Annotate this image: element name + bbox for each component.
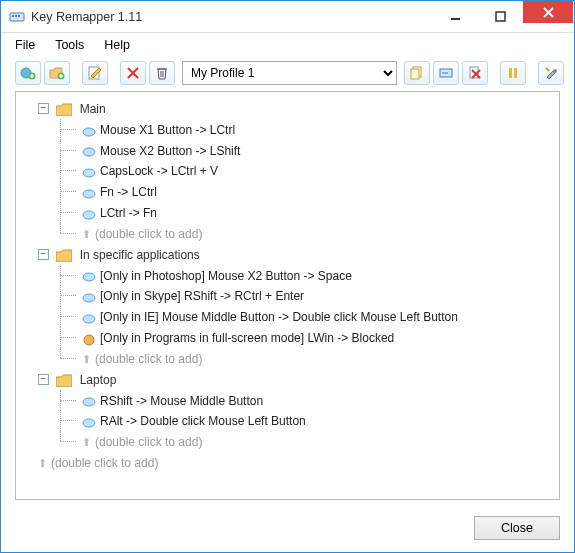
folder-icon <box>56 248 72 261</box>
add-hint-label: (double click to add) <box>95 352 202 366</box>
maximize-button[interactable] <box>478 2 523 32</box>
folder-label: Main <box>80 102 106 116</box>
menubar: File Tools Help <box>1 33 574 57</box>
minimize-button[interactable] <box>433 2 478 32</box>
key-icon <box>82 144 96 156</box>
mapping-label: RShift -> Mouse Middle Button <box>100 393 263 407</box>
mapping-label: Mouse X1 Button -> LCtrl <box>100 123 235 137</box>
rename-profile-button[interactable] <box>433 61 459 85</box>
svg-point-30 <box>553 69 557 73</box>
folder-specific-apps[interactable]: − In specific applications [Only in Phot… <box>20 244 555 369</box>
mapping-item[interactable]: [Only in Programs in full-screen mode] L… <box>38 327 555 348</box>
folder-icon <box>56 102 72 115</box>
mapping-label: CapsLock -> LCtrl + V <box>100 164 218 178</box>
svg-rect-1 <box>12 15 14 17</box>
mapping-item[interactable]: [Only in IE] Mouse Middle Button -> Doub… <box>38 306 555 327</box>
svg-point-35 <box>83 211 95 219</box>
titlebar: Key Remapper 1.11 <box>1 1 574 33</box>
window-close-button[interactable] <box>523 1 573 23</box>
folder-icon <box>56 373 72 386</box>
menu-tools[interactable]: Tools <box>47 36 92 54</box>
key-icon <box>82 269 96 281</box>
mapping-item[interactable]: [Only in Photoshop] Mouse X2 Button -> S… <box>38 265 555 286</box>
collapse-icon[interactable]: − <box>38 249 49 260</box>
mapping-tree-panel: − Main Mouse X1 Button -> LCtrl Mouse X2… <box>15 91 560 500</box>
svg-rect-2 <box>15 15 17 17</box>
key-icon <box>82 165 96 177</box>
add-folder-button[interactable] <box>44 61 70 85</box>
mapping-label: [Only in Skype] RShift -> RCtrl + Enter <box>100 289 304 303</box>
mapping-label: [Only in IE] Mouse Middle Button -> Doub… <box>100 310 458 324</box>
folder-main[interactable]: − Main Mouse X1 Button -> LCtrl Mouse X2… <box>20 98 555 244</box>
settings-button[interactable] <box>538 61 564 85</box>
svg-point-32 <box>83 148 95 156</box>
add-mapping-hint[interactable]: ⬆(double click to add) <box>38 348 555 369</box>
add-mapping-hint[interactable]: ⬆(double click to add) <box>38 431 555 452</box>
svg-point-38 <box>83 315 95 323</box>
trash-button[interactable] <box>149 61 175 85</box>
mapping-tree[interactable]: − Main Mouse X1 Button -> LCtrl Mouse X2… <box>20 98 555 473</box>
collapse-icon[interactable]: − <box>38 374 49 385</box>
delete-profile-button[interactable] <box>462 61 488 85</box>
close-button[interactable]: Close <box>474 516 560 540</box>
svg-point-36 <box>83 273 95 281</box>
mapping-label: [Only in Photoshop] Mouse X2 Button -> S… <box>100 268 352 282</box>
key-icon <box>82 311 96 323</box>
menu-help[interactable]: Help <box>96 36 138 54</box>
footer: Close <box>1 508 574 552</box>
svg-point-41 <box>83 398 95 406</box>
blocked-icon <box>82 332 96 344</box>
svg-rect-5 <box>496 12 505 21</box>
add-hint-label: (double click to add) <box>95 435 202 449</box>
mapping-label: [Only in Programs in full-screen mode] L… <box>100 331 394 345</box>
key-icon <box>82 207 96 219</box>
folder-label: Laptop <box>80 373 117 387</box>
pause-button[interactable] <box>500 61 526 85</box>
add-hint-label: (double click to add) <box>51 456 158 470</box>
svg-point-34 <box>83 190 95 198</box>
mapping-item[interactable]: RAlt -> Double click Mouse Left Button <box>38 410 555 431</box>
key-icon <box>82 415 96 427</box>
mapping-item[interactable]: Fn -> LCtrl <box>38 181 555 202</box>
folder-label: In specific applications <box>80 248 200 262</box>
key-icon <box>82 290 96 302</box>
svg-point-42 <box>83 419 95 427</box>
add-arrow-icon: ⬆ <box>82 353 91 365</box>
add-mapping-hint[interactable]: ⬆(double click to add) <box>38 223 555 244</box>
svg-rect-29 <box>514 68 517 78</box>
svg-rect-3 <box>18 15 20 17</box>
copy-profile-button[interactable] <box>404 61 430 85</box>
add-arrow-icon: ⬆ <box>38 457 47 469</box>
mapping-item[interactable]: CapsLock -> LCtrl + V <box>38 160 555 181</box>
window-title: Key Remapper 1.11 <box>31 10 433 24</box>
key-icon <box>82 124 96 136</box>
app-icon <box>9 9 25 25</box>
mapping-label: RAlt -> Double click Mouse Left Button <box>100 414 306 428</box>
add-mapping-button[interactable] <box>15 61 41 85</box>
svg-point-33 <box>83 169 95 177</box>
key-icon <box>82 394 96 406</box>
add-hint-label: (double click to add) <box>95 227 202 241</box>
mapping-item[interactable]: LCtrl -> Fn <box>38 202 555 223</box>
mapping-item[interactable]: Mouse X2 Button -> LShift <box>38 140 555 161</box>
delete-button[interactable] <box>120 61 146 85</box>
mapping-item[interactable]: Mouse X1 Button -> LCtrl <box>38 119 555 140</box>
folder-laptop[interactable]: − Laptop RShift -> Mouse Middle Button R… <box>20 369 555 452</box>
mapping-item[interactable]: RShift -> Mouse Middle Button <box>38 390 555 411</box>
profile-select[interactable]: My Profile 1 <box>182 61 397 85</box>
menu-file[interactable]: File <box>7 36 43 54</box>
collapse-icon[interactable]: − <box>38 103 49 114</box>
toolbar: My Profile 1 <box>1 57 574 91</box>
svg-point-37 <box>83 294 95 302</box>
svg-point-31 <box>83 128 95 136</box>
svg-rect-28 <box>509 68 512 78</box>
mapping-label: Mouse X2 Button -> LShift <box>100 143 240 157</box>
mapping-label: LCtrl -> Fn <box>100 206 157 220</box>
key-icon <box>82 186 96 198</box>
add-arrow-icon: ⬆ <box>82 228 91 240</box>
mapping-item[interactable]: [Only in Skype] RShift -> RCtrl + Enter <box>38 285 555 306</box>
app-window: Key Remapper 1.11 File Tools Help <box>0 0 575 553</box>
add-arrow-icon: ⬆ <box>82 436 91 448</box>
edit-button[interactable] <box>82 61 108 85</box>
add-folder-hint[interactable]: ⬆(double click to add) <box>20 452 555 473</box>
